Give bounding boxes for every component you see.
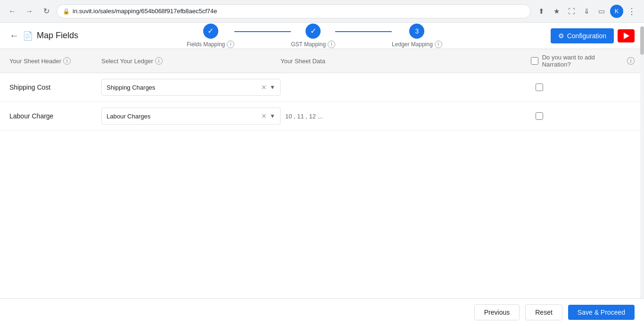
step-1-label: Fields Mapping i xyxy=(187,41,234,48)
configuration-btn[interactable]: ⚙ Configuration xyxy=(551,28,614,43)
table-row: Shipping Cost Shipping Charges ✕ ▼ xyxy=(0,73,644,102)
page-icon: 📄 xyxy=(23,31,33,41)
back-btn[interactable]: ← xyxy=(9,30,19,41)
step-3-circle: 3 xyxy=(409,24,424,39)
col-header-narration: Do you want to add Narration? i xyxy=(531,54,635,68)
reset-button[interactable]: Reset xyxy=(525,304,562,320)
narration-info-icon[interactable]: i xyxy=(627,57,635,65)
row-2-ledger-select[interactable]: Labour Charges ✕ ▼ xyxy=(101,108,281,125)
table-row: Labour Charge Labour Charges ✕ ▼ 10 , 11… xyxy=(0,102,644,131)
row-2-ledger-select-inner[interactable]: Labour Charges ✕ ▼ xyxy=(101,108,281,125)
step-2-label: GST Mapping i xyxy=(291,41,335,48)
row-2-clear-btn[interactable]: ✕ xyxy=(261,113,267,119)
scrollbar-thumb[interactable] xyxy=(640,26,644,55)
save-proceed-button[interactable]: Save & Proceed xyxy=(568,305,635,320)
download-btn[interactable]: ⇓ xyxy=(580,5,593,18)
ledger-info-icon[interactable]: i xyxy=(155,57,163,65)
col-header-data: Your Sheet Data xyxy=(281,58,531,65)
row-2-sheet-data: 10 , 11 , 12 ... xyxy=(281,113,531,120)
reload-btn[interactable]: ↻ xyxy=(40,5,53,18)
row-1-label: Shipping Cost xyxy=(9,84,101,91)
address-bar[interactable]: 🔒 in.suvit.io/sales/mapping/654b068f917e… xyxy=(57,4,531,18)
step-1-info-icon[interactable]: i xyxy=(227,41,234,48)
row-2-label: Labour Charge xyxy=(9,112,101,120)
row-1-chevron-btn[interactable]: ▼ xyxy=(270,84,275,90)
footer: Previous Reset Save & Proceed xyxy=(0,298,644,326)
browser-actions: ⬆ ★ ⛶ ⇓ ▭ K ⋮ xyxy=(535,5,638,18)
step-3-label: Ledger Mapping i xyxy=(392,41,442,48)
app-container: ← 📄 Map Fields Fields Mapping i GST Mapp… xyxy=(0,23,644,326)
share-btn[interactable]: ⬆ xyxy=(535,5,548,18)
row-1-narration-checkbox[interactable] xyxy=(536,84,543,91)
table-body: Shipping Cost Shipping Charges ✕ ▼ Labou… xyxy=(0,73,644,326)
step-2-circle xyxy=(305,24,321,39)
url-text: in.suvit.io/sales/mapping/654b068f917efb… xyxy=(73,8,217,15)
menu-btn[interactable]: ⋮ xyxy=(625,5,638,18)
step-connector-2 xyxy=(335,31,392,32)
step-3-info-icon[interactable]: i xyxy=(435,41,442,48)
top-bar: ← 📄 Map Fields Fields Mapping i GST Mapp… xyxy=(0,23,644,49)
config-btn-label: Configuration xyxy=(567,32,606,40)
tab-view-btn[interactable]: ▭ xyxy=(595,5,608,18)
row-1-ledger-select[interactable]: Shipping Charges ✕ ▼ xyxy=(101,79,281,96)
gear-icon: ⚙ xyxy=(558,32,564,40)
row-2-select-controls: ✕ ▼ xyxy=(261,113,275,119)
bookmark-btn[interactable]: ★ xyxy=(550,5,563,18)
col-header-sheet: Your Sheet Header i xyxy=(9,57,101,65)
back-nav-btn[interactable]: ← xyxy=(6,5,19,18)
row-2-chevron-btn[interactable]: ▼ xyxy=(270,113,275,119)
page-title: Map Fields xyxy=(37,31,78,41)
table-header: Your Sheet Header i Select Your Ledger i… xyxy=(0,49,644,73)
step-2: GST Mapping i xyxy=(291,24,335,48)
sheet-header-info-icon[interactable]: i xyxy=(63,57,71,65)
lock-icon: 🔒 xyxy=(63,8,70,15)
scrollbar-track[interactable] xyxy=(640,26,644,300)
extension-btn[interactable]: ⛶ xyxy=(565,5,578,18)
row-2-ledger-value: Labour Charges xyxy=(107,113,261,120)
row-2-narration-checkbox[interactable] xyxy=(536,112,543,120)
narration-header-checkbox[interactable] xyxy=(531,57,538,65)
row-1-ledger-select-inner[interactable]: Shipping Charges ✕ ▼ xyxy=(101,79,281,96)
browser-chrome: ← → ↻ 🔒 in.suvit.io/sales/mapping/654b06… xyxy=(0,0,644,23)
youtube-btn[interactable] xyxy=(618,29,635,42)
step-connector-1 xyxy=(234,31,291,32)
step-3: 3 Ledger Mapping i xyxy=(392,24,442,48)
step-2-info-icon[interactable]: i xyxy=(328,41,335,48)
row-1-ledger-value: Shipping Charges xyxy=(107,84,261,91)
forward-nav-btn[interactable]: → xyxy=(23,5,36,18)
previous-button[interactable]: Previous xyxy=(474,304,520,320)
row-1-clear-btn[interactable]: ✕ xyxy=(261,84,267,91)
step-1-circle xyxy=(203,24,218,39)
col-header-ledger: Select Your Ledger i xyxy=(101,57,281,65)
stepper: Fields Mapping i GST Mapping i 3 Ledger … xyxy=(78,24,551,48)
youtube-play-icon xyxy=(624,33,629,39)
step-1: Fields Mapping i xyxy=(187,24,234,48)
profile-btn[interactable]: K xyxy=(610,5,623,18)
row-1-select-controls: ✕ ▼ xyxy=(261,84,275,91)
